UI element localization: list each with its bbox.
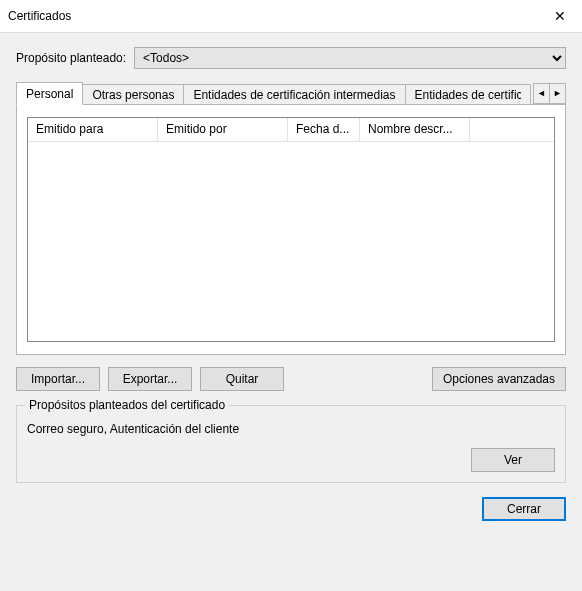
tab-trusted-cas[interactable]: Entidades de certificac <box>405 84 531 105</box>
export-button[interactable]: Exportar... <box>108 367 192 391</box>
tab-panel-personal: Emitido para Emitido por Fecha d... Nomb… <box>16 104 566 355</box>
intended-purpose-select[interactable]: <Todos> <box>134 47 566 69</box>
tabstrip: Personal Otras personas Entidades de cer… <box>16 81 566 105</box>
tab-intermediate-cas[interactable]: Entidades de certificación intermedias <box>183 84 405 105</box>
tab-scroll-buttons: ◄ ► <box>533 83 566 104</box>
column-filler <box>470 118 554 142</box>
listview-headers: Emitido para Emitido por Fecha d... Nomb… <box>28 118 554 142</box>
certificate-purposes-legend: Propósitos planteados del certificado <box>25 398 229 412</box>
certificate-purposes-text: Correo seguro, Autenticación del cliente <box>27 422 555 436</box>
close-button[interactable]: Cerrar <box>482 497 566 521</box>
import-button[interactable]: Importar... <box>16 367 100 391</box>
certificates-listview[interactable]: Emitido para Emitido por Fecha d... Nomb… <box>27 117 555 342</box>
titlebar: Certificados ✕ <box>0 0 582 33</box>
column-expiration-date[interactable]: Fecha d... <box>288 118 360 142</box>
intended-purpose-row: Propósito planteado: <Todos> <box>16 47 566 69</box>
view-button-row: Ver <box>27 448 555 472</box>
remove-button[interactable]: Quitar <box>200 367 284 391</box>
footer-row: Cerrar <box>16 497 566 521</box>
tabs-container: Personal Otras personas Entidades de cer… <box>16 81 566 355</box>
tab-scroll-right-button[interactable]: ► <box>549 83 566 104</box>
certificates-dialog: Certificados ✕ Propósito planteado: <Tod… <box>0 0 582 591</box>
column-friendly-name[interactable]: Nombre descr... <box>360 118 470 142</box>
certificate-purposes-groupbox: Propósitos planteados del certificado Co… <box>16 405 566 483</box>
tab-trusted-cas-label: Entidades de certificac <box>415 85 521 105</box>
tab-other-people-label: Otras personas <box>92 88 174 102</box>
advanced-options-button[interactable]: Opciones avanzadas <box>432 367 566 391</box>
tab-personal-label: Personal <box>26 87 73 101</box>
intended-purpose-label: Propósito planteado: <box>16 51 126 65</box>
window-title: Certificados <box>8 9 71 23</box>
close-icon[interactable]: ✕ <box>537 1 582 32</box>
chevron-right-icon: ► <box>553 89 562 98</box>
tab-scroll-left-button[interactable]: ◄ <box>533 83 550 104</box>
chevron-left-icon: ◄ <box>537 89 546 98</box>
tab-intermediate-cas-label: Entidades de certificación intermedias <box>193 88 395 102</box>
column-issued-to[interactable]: Emitido para <box>28 118 158 142</box>
dialog-body: Propósito planteado: <Todos> Personal Ot… <box>0 33 582 591</box>
tab-personal[interactable]: Personal <box>16 82 83 105</box>
view-button[interactable]: Ver <box>471 448 555 472</box>
spacer <box>292 367 424 391</box>
action-buttons-row: Importar... Exportar... Quitar Opciones … <box>16 367 566 391</box>
column-issued-by[interactable]: Emitido por <box>158 118 288 142</box>
tab-other-people[interactable]: Otras personas <box>82 84 184 105</box>
